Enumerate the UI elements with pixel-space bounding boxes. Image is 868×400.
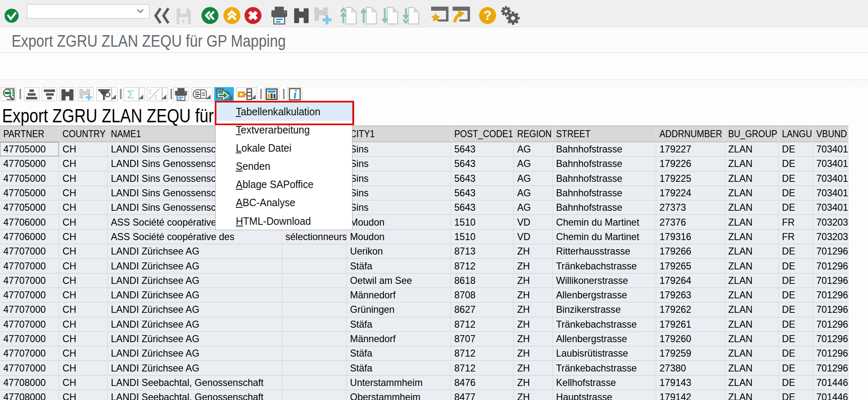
svg-text:Σ: Σ [149, 88, 152, 95]
svg-text:Σ: Σ [127, 88, 134, 101]
svg-text:i: i [293, 88, 297, 101]
svg-text:?: ? [484, 8, 492, 23]
svg-text:Σ: Σ [154, 94, 158, 101]
